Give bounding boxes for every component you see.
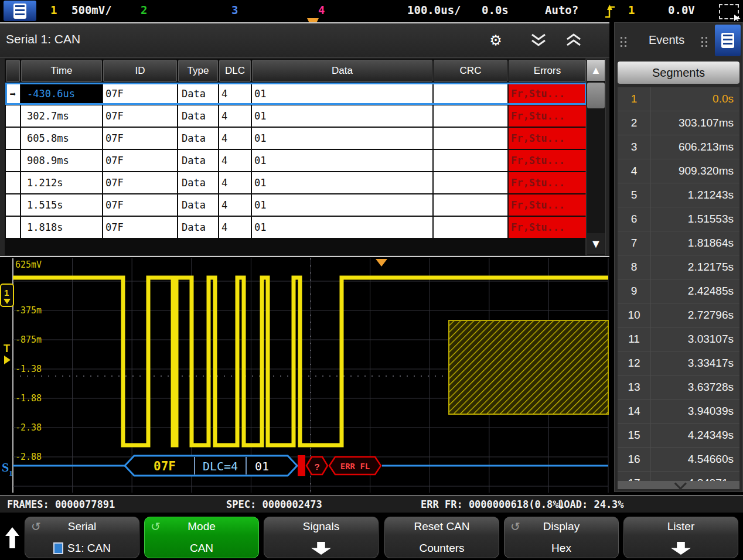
segment-row[interactable]: 2303.107ms — [618, 111, 739, 135]
dlc-cell: 4 — [219, 150, 251, 171]
voltage-label: -2.38 — [15, 422, 42, 433]
channel3-number[interactable]: 3 — [231, 4, 238, 16]
column-header: Data — [252, 60, 432, 82]
double-chevron-up-icon[interactable] — [558, 30, 589, 50]
segment-number: 9 — [618, 279, 651, 303]
segment-row[interactable]: 123.33417s — [618, 351, 739, 375]
segment-time: 3.94039s — [651, 405, 739, 418]
softkey-reset-can[interactable]: Reset CANCounters — [384, 517, 499, 558]
segment-number: 7 — [618, 231, 651, 255]
softkey-serial[interactable]: ↺SerialS1: CAN — [25, 517, 139, 558]
row-marker — [6, 194, 20, 216]
softkey-display[interactable]: ↺DisplayHex — [504, 517, 619, 558]
delay-readout[interactable]: 0.0s — [482, 4, 509, 16]
trigger-source-readout[interactable]: 1 — [628, 4, 635, 16]
segment-row[interactable]: 3606.213ms — [618, 135, 739, 159]
segment-row[interactable]: 143.94039s — [618, 399, 739, 424]
segment-row[interactable]: 61.51553s — [618, 207, 739, 231]
lister-header-row: TimeIDTypeDLCDataCRCErrors — [6, 60, 586, 82]
dlc-cell: 4 — [219, 105, 251, 127]
softkey-label: Signals — [264, 520, 378, 533]
segment-number: 8 — [618, 255, 651, 279]
time-cell: 1.212s — [21, 172, 102, 193]
can-frame-data: 01 — [255, 459, 269, 473]
softkey-signals[interactable]: Signals — [264, 517, 379, 558]
trigger-position-marker — [376, 259, 387, 267]
segment-number: 6 — [618, 207, 651, 231]
voltage-label: -875m — [15, 334, 42, 345]
timebase-readout[interactable]: 100.0us/ — [407, 4, 461, 16]
channel1-scale[interactable]: 500mV/ — [71, 4, 112, 16]
serial-channel-swatch — [53, 542, 63, 554]
segment-number: 16 — [618, 448, 651, 471]
type-cell: Data — [178, 83, 218, 104]
id-cell: 07F — [103, 194, 177, 216]
segment-row[interactable]: 4909.320ms — [618, 159, 739, 183]
double-chevron-down-icon[interactable] — [523, 30, 554, 50]
channel2-number[interactable]: 2 — [141, 4, 147, 16]
waveform-svg: 625mV-375m-875m-1.38-1.88-2.38-2.881T07F… — [0, 257, 609, 494]
errors-cell: Fr,Stu... — [509, 217, 586, 238]
channel4-number[interactable]: 4 — [318, 4, 325, 16]
gear-icon[interactable]: ⚙ — [480, 30, 511, 50]
selection-rect-icon[interactable] — [719, 4, 739, 19]
scroll-down-button[interactable]: ▼ — [587, 233, 605, 254]
segment-row[interactable]: 154.24349s — [618, 424, 739, 448]
type-cell: Data — [178, 150, 218, 171]
segment-row[interactable]: 133.63728s — [618, 375, 739, 399]
lister-scrollbar[interactable]: ▲ ▼ — [586, 59, 606, 255]
segment-number: 2 — [618, 111, 651, 135]
segment-time: 606.213ms — [651, 141, 739, 153]
back-up-button[interactable] — [5, 527, 19, 548]
segment-time: 3.33417s — [651, 357, 739, 370]
trigger-level-readout[interactable]: 0.0V — [668, 4, 695, 16]
segment-row[interactable]: 10.0s — [618, 87, 739, 111]
grip-icon — [700, 36, 708, 47]
time-cell: 1.818s — [21, 217, 102, 238]
up-arrow-icon — [5, 527, 19, 548]
error-frame-label: ERR FL — [340, 462, 370, 471]
errors-cell: Fr,Stu... — [509, 83, 586, 104]
segment-row[interactable]: 164.54660s — [618, 448, 739, 472]
lister-table: TimeIDTypeDLCDataCRCErrors ➡-430.6us07FD… — [5, 59, 585, 255]
softkey-mode[interactable]: ↺ModeCAN — [144, 517, 259, 558]
lister-row[interactable]: 908.9ms07FData401Fr,Stu... — [6, 150, 586, 171]
softkey-lister[interactable]: Lister — [623, 517, 738, 558]
softkey-value: S1: CAN — [25, 542, 139, 555]
events-menu-button[interactable] — [715, 25, 741, 56]
hatched-region — [449, 320, 608, 414]
errors-cell: Fr,Stu... — [509, 194, 586, 216]
segment-time: 1.21243s — [651, 189, 739, 202]
softkey-label: Mode — [145, 520, 258, 533]
scrollbar-thumb[interactable] — [587, 83, 605, 108]
time-cell: 605.8ms — [21, 128, 102, 149]
voltage-label: -1.88 — [15, 393, 42, 404]
segments-scroll-more[interactable] — [618, 481, 739, 489]
segment-number: 1 — [618, 87, 651, 111]
segment-number: 13 — [618, 375, 651, 399]
data-cell: 01 — [252, 150, 432, 171]
main-menu-button[interactable] — [4, 1, 36, 21]
events-header: Events — [615, 23, 742, 58]
scroll-up-button[interactable]: ▲ — [587, 60, 605, 81]
lister-row[interactable]: 1.818s07FData401Fr,Stu... — [6, 217, 586, 238]
segment-row[interactable]: 92.42485s — [618, 279, 739, 303]
lister-row[interactable]: 1.515s07FData401Fr,Stu... — [6, 194, 586, 216]
channel1-number[interactable]: 1 — [50, 4, 57, 16]
segment-row[interactable]: 82.12175s — [618, 255, 739, 279]
row-marker — [6, 105, 20, 127]
segments-header-button[interactable]: Segments — [618, 62, 739, 84]
lister-row[interactable]: 302.7ms07FData401Fr,Stu... — [6, 105, 586, 127]
segment-row[interactable]: 51.21243s — [618, 183, 739, 207]
segment-row[interactable]: 102.72796s — [618, 303, 739, 327]
lister-row[interactable]: 605.8ms07FData401Fr,Stu... — [6, 128, 586, 149]
segment-row[interactable]: 113.03107s — [618, 327, 739, 351]
softkey-value — [264, 542, 378, 555]
lister-row[interactable]: ➡-430.6us07FData401Fr,Stu... — [6, 83, 586, 104]
trigger-mode-readout[interactable]: Auto? — [545, 4, 578, 16]
type-cell: Data — [178, 172, 218, 193]
lister-titlebar: Serial 1: CAN ⚙ — [0, 23, 609, 58]
segment-row[interactable]: 71.81864s — [618, 231, 739, 255]
lister-row[interactable]: 1.212s07FData401Fr,Stu... — [6, 172, 586, 193]
column-header: DLC — [219, 60, 251, 82]
